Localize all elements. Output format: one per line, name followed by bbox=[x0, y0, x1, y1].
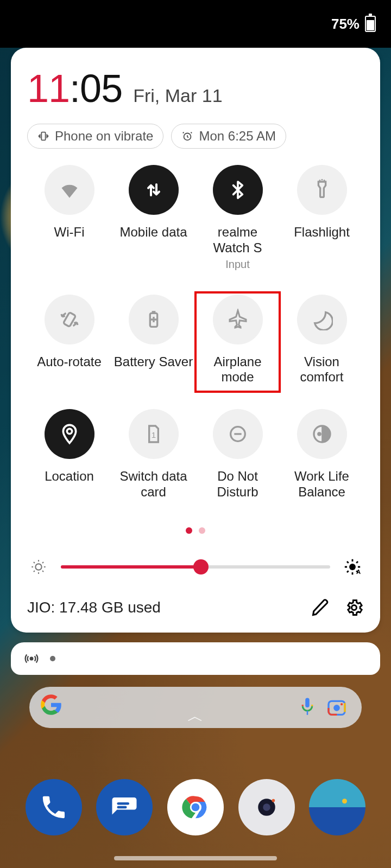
tile-sublabel: Input bbox=[225, 258, 249, 271]
svg-text:A: A bbox=[356, 569, 361, 575]
dock bbox=[0, 779, 391, 835]
battery-percent: 75% bbox=[331, 16, 360, 33]
tile-flashlight[interactable]: Flashlight bbox=[280, 165, 364, 271]
tile-location[interactable]: Location bbox=[27, 409, 111, 500]
quick-settings-panel: 11:05 Fri, Mar 11 Phone on vibrate Mon 6… bbox=[11, 48, 380, 633]
svg-point-28 bbox=[263, 803, 270, 811]
svg-point-20 bbox=[333, 705, 340, 711]
status-bar: 75% bbox=[0, 0, 391, 48]
work-life-icon bbox=[297, 409, 347, 459]
app-chrome[interactable] bbox=[167, 779, 224, 835]
google-g-icon bbox=[40, 694, 62, 720]
battery-icon bbox=[365, 16, 376, 32]
svg-point-5 bbox=[67, 429, 72, 434]
svg-rect-0 bbox=[41, 132, 45, 141]
svg-rect-22 bbox=[117, 802, 130, 805]
tile-label: Auto-rotate bbox=[37, 354, 102, 370]
auto-brightness-icon[interactable]: A bbox=[343, 558, 362, 576]
tile-label: Switch data card bbox=[113, 469, 193, 500]
date: Fri, Mar 11 bbox=[133, 85, 222, 106]
page-dot-2 bbox=[199, 527, 205, 534]
tile-work-life[interactable]: Work Life Balance bbox=[280, 409, 364, 500]
svg-point-9 bbox=[318, 432, 321, 436]
app-drawer-handle[interactable]: ︿ bbox=[187, 705, 204, 727]
svg-text:1: 1 bbox=[151, 430, 155, 439]
brightness-low-icon bbox=[29, 558, 48, 576]
auto-rotate-icon bbox=[45, 295, 94, 344]
flashlight-icon bbox=[297, 165, 347, 215]
edit-icon[interactable] bbox=[311, 598, 330, 617]
svg-rect-4 bbox=[152, 311, 155, 313]
svg-point-11 bbox=[349, 564, 356, 570]
page-dot-1 bbox=[186, 527, 192, 534]
svg-point-21 bbox=[340, 703, 343, 705]
app-messages[interactable] bbox=[96, 779, 153, 835]
tile-label: Flashlight bbox=[294, 225, 350, 240]
app-gallery[interactable] bbox=[309, 779, 365, 835]
battery-saver-icon bbox=[129, 295, 179, 344]
svg-point-26 bbox=[192, 803, 200, 812]
app-camera[interactable] bbox=[238, 779, 295, 835]
location-icon bbox=[45, 409, 94, 459]
tile-vision-comfort[interactable]: Vision comfort bbox=[280, 295, 364, 386]
vibrate-icon bbox=[37, 130, 49, 142]
notification-dot bbox=[50, 656, 55, 661]
svg-point-30 bbox=[342, 799, 347, 803]
airplane-mode-icon bbox=[213, 295, 263, 344]
lens-icon[interactable] bbox=[326, 697, 348, 718]
dnd-icon bbox=[213, 409, 263, 459]
chip-alarm[interactable]: Mon 6:25 AM bbox=[171, 124, 286, 149]
svg-point-29 bbox=[272, 799, 275, 802]
svg-point-13 bbox=[352, 605, 357, 610]
svg-point-14 bbox=[30, 657, 33, 660]
tile-airplane-mode[interactable]: Airplane mode bbox=[195, 295, 280, 386]
settings-gear-icon[interactable] bbox=[344, 598, 364, 617]
tile-label: Work Life Balance bbox=[282, 469, 362, 500]
svg-rect-15 bbox=[305, 698, 310, 707]
chip-label: Phone on vibrate bbox=[55, 129, 153, 144]
tile-switch-sim[interactable]: 1Switch data card bbox=[111, 409, 195, 500]
notification-bar[interactable] bbox=[11, 642, 380, 675]
gesture-bar[interactable] bbox=[114, 856, 277, 860]
tile-battery-saver[interactable]: Battery Saver bbox=[111, 295, 195, 386]
brightness-slider[interactable] bbox=[61, 565, 330, 569]
page-indicator bbox=[27, 527, 364, 534]
svg-point-10 bbox=[35, 564, 41, 570]
tile-label: Mobile data bbox=[119, 225, 187, 240]
svg-rect-16 bbox=[307, 711, 308, 715]
tile-label: Vision comfort bbox=[282, 354, 362, 386]
mic-icon[interactable] bbox=[299, 697, 316, 718]
vision-comfort-icon bbox=[297, 295, 347, 344]
brightness-slider-row: A bbox=[27, 558, 364, 576]
chip-label: Mon 6:25 AM bbox=[199, 129, 275, 144]
chip-phone-vibrate[interactable]: Phone on vibrate bbox=[27, 124, 163, 149]
tile-dnd[interactable]: Do Not Disturb bbox=[195, 409, 280, 500]
hotspot-icon bbox=[24, 651, 39, 666]
app-phone[interactable] bbox=[26, 779, 82, 835]
tile-mobile-data[interactable]: Mobile data bbox=[111, 165, 195, 271]
realme-watch-icon bbox=[213, 165, 263, 215]
tile-label: Wi-Fi bbox=[54, 225, 85, 240]
tile-auto-rotate[interactable]: Auto-rotate bbox=[27, 295, 111, 386]
tile-wifi[interactable]: Wi-Fi bbox=[27, 165, 111, 271]
clock: 11:05 bbox=[27, 66, 122, 111]
clock-minutes: 05 bbox=[80, 67, 122, 110]
tile-label: Battery Saver bbox=[114, 354, 193, 370]
tile-label: Airplane mode bbox=[198, 354, 278, 386]
svg-rect-23 bbox=[117, 806, 127, 809]
wifi-icon bbox=[45, 165, 94, 215]
tile-label: realme Watch S bbox=[198, 225, 278, 256]
alarm-clock-icon bbox=[181, 130, 193, 142]
switch-sim-icon: 1 bbox=[129, 409, 179, 459]
tile-realme-watch[interactable]: realme Watch SInput bbox=[195, 165, 280, 271]
data-usage[interactable]: JIO: 17.48 GB used bbox=[27, 599, 297, 616]
clock-hours: 11 bbox=[27, 67, 70, 110]
tile-label: Location bbox=[45, 469, 94, 484]
mobile-data-icon bbox=[129, 165, 179, 215]
tile-label: Do Not Disturb bbox=[198, 469, 278, 500]
